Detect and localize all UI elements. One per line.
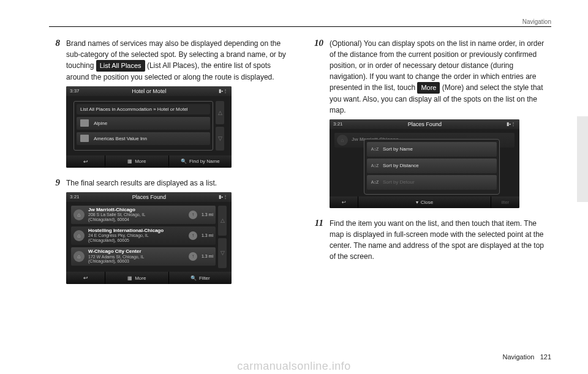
place-distance: 1.3 mi: [197, 212, 213, 217]
screen-bottombar: ↩ ▦ More 🔍 Find by Name: [66, 155, 232, 168]
page-header: Navigation: [49, 18, 551, 27]
header-section: Navigation: [522, 18, 551, 25]
filter-label: Filter: [199, 275, 210, 281]
sort-by-detour-button: A↕Z Sort by Detour: [367, 175, 497, 190]
screen-body: ⌂ Jw Marriott-Chicago A↕Z Sort by Name: [330, 129, 519, 196]
brand-row-alpine[interactable]: Alpine: [77, 117, 210, 130]
back-icon: ↩: [83, 159, 88, 165]
status-icons: ▮•⋮: [507, 121, 516, 127]
screenshot-places-found: 3:21 Places Found ▮•⋮ ⌂ Jw Marriott-Chic…: [66, 192, 232, 285]
more-button[interactable]: ▦ More: [105, 272, 168, 284]
more-label: More: [135, 275, 146, 281]
place-text: Jw Marriott-Chicago 208 S La Salle St, C…: [88, 208, 186, 222]
back-icon: ↩: [342, 200, 346, 205]
direction-icon: ↑: [189, 211, 197, 219]
place-row-jw-marriott[interactable]: ⌂ Jw Marriott-Chicago 208 S La Salle St,…: [71, 206, 216, 224]
screen-bottombar: ↩ ▦ More 🔍 Filter: [66, 272, 232, 284]
place-icon: ⌂: [74, 251, 85, 262]
grid-icon: ▦: [127, 159, 132, 164]
screen-time: 3:21: [333, 121, 343, 127]
close-popup-button[interactable]: ▾ Close: [358, 196, 491, 208]
place-name: Hostelling International-Chicago: [88, 228, 186, 234]
find-by-name-button[interactable]: 🔍 Find by Name: [169, 155, 232, 168]
place-city: (Chicagoland), 60603: [88, 259, 186, 264]
direction-icon: ↑: [189, 252, 197, 261]
step-10: 10 (Optional) You can display spots on t…: [312, 38, 551, 116]
content-columns: 8 Brand names of services may also be di…: [49, 38, 551, 294]
search-icon: 🔍: [190, 275, 197, 281]
sort-by-distance-button[interactable]: A↕Z Sort by Distance: [367, 159, 497, 173]
back-icon: ↩: [83, 275, 88, 281]
step-number: 10: [312, 38, 323, 116]
place-icon: ⌂: [337, 135, 348, 146]
scroll-up-button[interactable]: △: [216, 101, 224, 125]
more-button[interactable]: ▦ More: [105, 155, 168, 168]
step-11: 11 Find the item you want on the list, a…: [312, 218, 551, 262]
screen-time: 3:21: [70, 194, 80, 200]
scroll-up-button[interactable]: △: [218, 206, 227, 236]
status-icons: ▮•⋮: [219, 88, 228, 94]
close-label: Close: [421, 200, 433, 205]
more-chip: More: [417, 82, 440, 94]
place-row-hostelling[interactable]: ⌂ Hostelling International-Chicago 24 E …: [71, 226, 216, 245]
list-all-places-chip: List All Places: [96, 60, 145, 72]
scroll-down-button[interactable]: ▽: [218, 238, 227, 268]
list-all-places-row[interactable]: List All Places in Accommodation » Hotel…: [77, 104, 210, 114]
brand-label: Americas Best Value Inn: [94, 136, 147, 141]
screen-titlebar: 3:37 Hotel or Motel ▮•⋮: [66, 86, 232, 96]
place-distance: 1.3 mi: [197, 233, 213, 237]
status-icons: ▮•⋮: [219, 194, 228, 200]
place-name: Jw Marriott-Chicago: [88, 208, 186, 213]
sort-by-name-button[interactable]: A↕Z Sort by Name: [367, 142, 497, 157]
grid-icon: ▦: [127, 275, 132, 281]
scroll-column: △ ▽: [216, 101, 224, 151]
back-button[interactable]: ↩: [66, 155, 105, 168]
az-icon: A↕Z: [371, 178, 379, 187]
back-button[interactable]: ↩: [66, 272, 105, 284]
right-column: 10 (Optional) You can display spots on t…: [312, 38, 551, 294]
place-text: W-Chicago City Center 172 W Adams St, Ch…: [88, 249, 186, 264]
screen-title: Hotel or Motel: [80, 88, 219, 94]
place-city: (Chicagoland), 60605: [88, 238, 186, 243]
scroll-down-button[interactable]: ▽: [216, 127, 224, 151]
search-icon: 🔍: [181, 159, 187, 164]
manual-page: Navigation 8 Brand names of services may…: [0, 0, 588, 374]
chevron-down-icon: ▾: [416, 200, 418, 205]
results-list: ⌂ Jw Marriott-Chicago 208 S La Salle St,…: [71, 206, 216, 269]
screen-title: Places Found: [80, 194, 219, 200]
folder-icon: [80, 135, 89, 142]
direction-icon: ↑: [189, 231, 197, 240]
place-addr: 24 E Congress Pky, Chicago, IL: [88, 233, 186, 238]
brand-row-americas[interactable]: Americas Best Value Inn: [77, 132, 210, 145]
place-name: W-Chicago City Center: [88, 249, 186, 255]
find-label: Find by Name: [189, 159, 220, 164]
screen-body: List All Places in Accommodation » Hotel…: [66, 96, 232, 155]
step-text: Brand names of services may also be disp…: [66, 38, 288, 83]
place-row-w-chicago[interactable]: ⌂ W-Chicago City Center 172 W Adams St, …: [71, 247, 216, 266]
filter-partial: ilter: [501, 200, 509, 205]
filter-button-dimmed: ilter: [491, 196, 519, 208]
folder-icon: [80, 119, 89, 127]
filter-button[interactable]: 🔍 Filter: [169, 272, 232, 284]
place-city: (Chicagoland), 60604: [88, 217, 186, 222]
place-text: Hostelling International-Chicago 24 E Co…: [88, 228, 186, 243]
step-number: 11: [312, 218, 323, 262]
screenshot-sort-popup: 3:21 Places Found ▮•⋮ ⌂ Jw Marriott-Chic…: [330, 119, 519, 208]
brand-label: Alpine: [94, 121, 107, 126]
step-text: Find the item you want on the list, and …: [330, 218, 551, 262]
sort-popup: A↕Z Sort by Name A↕Z Sort by Distance A↕…: [364, 139, 500, 195]
back-button-dimmed: ↩: [330, 196, 358, 208]
list-outline: List All Places in Accommodation » Hotel…: [74, 101, 213, 151]
screen-title: Places Found: [343, 121, 507, 127]
place-addr: 172 W Adams St, Chicago, IL: [88, 255, 186, 260]
step-number: 8: [49, 38, 60, 83]
place-icon: ⌂: [74, 230, 85, 241]
category-list: List All Places in Accommodation » Hotel…: [74, 101, 213, 151]
step-9: 9 The final search results are displayed…: [49, 178, 288, 189]
step-8: 8 Brand names of services may also be di…: [49, 38, 288, 83]
sort-dist-label: Sort by Distance: [383, 163, 419, 168]
watermark: carmanualsonline.info: [0, 360, 588, 373]
left-column: 8 Brand names of services may also be di…: [49, 38, 288, 294]
screen-body: ⌂ Jw Marriott-Chicago 208 S La Salle St,…: [66, 202, 232, 272]
sort-detour-label: Sort by Detour: [383, 179, 415, 185]
